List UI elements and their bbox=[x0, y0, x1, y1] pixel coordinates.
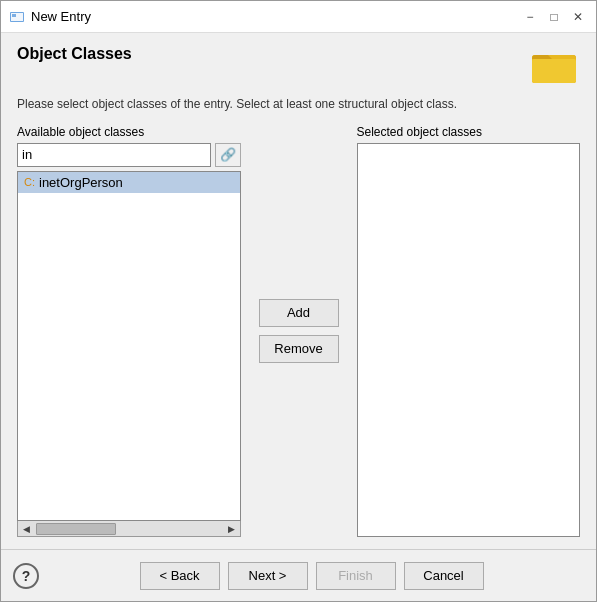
description-text: Please select object classes of the entr… bbox=[17, 96, 580, 113]
main-window: New Entry − □ ✕ Object Classes Please bbox=[0, 0, 597, 602]
item-label: inetOrgPerson bbox=[39, 175, 123, 190]
close-button[interactable]: ✕ bbox=[568, 7, 588, 27]
scroll-right-button[interactable]: ▶ bbox=[224, 521, 240, 536]
search-row: 🔗 bbox=[17, 143, 241, 167]
selected-list[interactable] bbox=[357, 143, 581, 537]
minimize-button[interactable]: − bbox=[520, 7, 540, 27]
remove-button[interactable]: Remove bbox=[259, 335, 339, 363]
window-title: New Entry bbox=[31, 9, 520, 24]
content-area: Object Classes Please select object clas… bbox=[1, 33, 596, 549]
footer: ? < Back Next > Finish Cancel bbox=[1, 549, 596, 601]
title-bar: New Entry − □ ✕ bbox=[1, 1, 596, 33]
search-button[interactable]: 🔗 bbox=[215, 143, 241, 167]
footer-left: ? bbox=[13, 563, 39, 589]
back-button[interactable]: < Back bbox=[140, 562, 220, 590]
horizontal-scrollbar[interactable]: ◀ ▶ bbox=[17, 521, 241, 537]
cancel-button[interactable]: Cancel bbox=[404, 562, 484, 590]
finish-button[interactable]: Finish bbox=[316, 562, 396, 590]
search-input[interactable] bbox=[17, 143, 211, 167]
scrollbar-track bbox=[34, 521, 224, 536]
window-controls: − □ ✕ bbox=[520, 7, 588, 27]
scroll-left-button[interactable]: ◀ bbox=[18, 521, 34, 536]
folder-icon-container bbox=[532, 45, 580, 88]
selected-panel: Selected object classes bbox=[357, 125, 581, 537]
header-row: Object Classes bbox=[17, 45, 580, 88]
available-panel: Available object classes 🔗 C: inetOrgPer… bbox=[17, 125, 241, 537]
add-button[interactable]: Add bbox=[259, 299, 339, 327]
list-item[interactable]: C: inetOrgPerson bbox=[18, 172, 240, 193]
help-button[interactable]: ? bbox=[13, 563, 39, 589]
scrollbar-thumb[interactable] bbox=[36, 523, 116, 535]
footer-center: < Back Next > Finish Cancel bbox=[39, 562, 584, 590]
next-button[interactable]: Next > bbox=[228, 562, 308, 590]
header-text: Object Classes bbox=[17, 45, 132, 63]
available-panel-label: Available object classes bbox=[17, 125, 241, 139]
maximize-button[interactable]: □ bbox=[544, 7, 564, 27]
link-icon: 🔗 bbox=[220, 147, 236, 162]
item-icon: C: bbox=[24, 176, 35, 188]
middle-buttons: Add Remove bbox=[251, 125, 347, 537]
available-list[interactable]: C: inetOrgPerson bbox=[17, 171, 241, 521]
selected-panel-label: Selected object classes bbox=[357, 125, 581, 139]
main-area: Available object classes 🔗 C: inetOrgPer… bbox=[17, 125, 580, 537]
section-title: Object Classes bbox=[17, 45, 132, 63]
svg-rect-5 bbox=[532, 59, 576, 83]
window-icon bbox=[9, 9, 25, 25]
svg-rect-2 bbox=[12, 14, 16, 17]
